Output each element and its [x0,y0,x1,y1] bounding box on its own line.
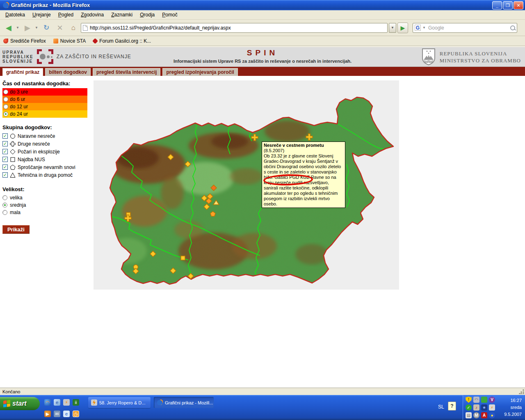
map-marker-triangle[interactable] [213,200,219,205]
volume-icon[interactable]: ● [489,412,495,418]
blue-star-icon[interactable]: ★ [481,404,487,411]
security-shield-icon[interactable]: ! [466,397,472,403]
window-titlebar[interactable]: Grafični prikaz - Mozilla Firefox _ ❐ ✕ [0,0,525,10]
home-button[interactable]: ⌂ [67,22,80,34]
stop-button[interactable]: ✕ [54,22,66,34]
checkbox-druge[interactable]: ✓ [2,141,8,146]
map-marker-diamond[interactable] [185,161,191,167]
printer-icon[interactable]: ▤ [466,412,472,418]
engine-dropdown-icon[interactable]: ▼ [422,26,427,30]
keyboard-help-icon[interactable]: ? [448,402,456,411]
menu-orodja[interactable]: Orodja [136,11,158,19]
winamp-tray-icon[interactable]: ⚡ [489,404,495,411]
bookmark-forum-gasilci[interactable]: Forum Gasilci.org :: K... [93,38,151,44]
checkbox-snovi[interactable]: ✓ [2,164,8,170]
google-engine-icon[interactable]: G [415,25,421,31]
taskbar-button-winamp[interactable]: 58. Jerry Ropero & D... [88,397,151,408]
search-input[interactable]: Google [428,25,509,31]
menu-datoteka[interactable]: Datoteka [2,11,29,19]
map-marker-diamond[interactable] [188,273,194,279]
close-button[interactable]: ✕ [514,1,523,9]
time-option-24h[interactable]: do 24 ur [2,110,87,118]
mail-quicklaunch-icon[interactable]: ✉ [54,411,60,417]
radio-24h[interactable] [3,112,8,116]
search-bar[interactable]: G ▼ Google [413,23,517,33]
document-quicklaunch-icon[interactable]: e [54,399,60,406]
radio-3h[interactable] [3,89,8,94]
radio-6h[interactable] [3,97,8,102]
checkbox-pozari[interactable]: ✓ [2,149,8,154]
forward-dropdown-icon[interactable]: ▼ [35,26,39,30]
go-button[interactable]: ▶ [397,23,408,33]
menu-pomoc[interactable]: Pomoč [158,11,181,19]
clock-quicklaunch-icon[interactable]: ◷ [73,411,79,417]
back-button[interactable]: ◀ [2,22,15,34]
map-marker-cross[interactable] [125,215,131,221]
time-option-6h[interactable]: do 6 ur [2,96,87,103]
map-marker-diamond[interactable] [207,194,213,199]
restore-button[interactable]: ❐ [503,1,513,9]
radio-mala[interactable] [2,210,7,215]
time-option-12h[interactable]: do 12 ur [2,103,87,110]
radio-12h[interactable] [3,104,8,109]
tab-pregled-stevila-intervencij[interactable]: pregled števila intervencij [93,68,160,76]
time-option-3h[interactable]: do 3 ure [2,88,87,96]
update-check-icon[interactable]: ✓ [466,404,472,411]
map-marker-diamond[interactable] [201,195,207,201]
forum-diamond-icon [92,38,98,43]
antivirus-v-icon[interactable]: V [489,397,495,403]
ati-icon[interactable]: A [481,412,487,418]
checkbox-nus[interactable]: ✓ [2,157,8,162]
radio-srednja[interactable] [2,203,7,208]
url-bar[interactable]: http://spin.sos112.si/Pregled/GraficniPr… [81,23,388,33]
menu-urejanje[interactable]: Urejanje [29,11,55,19]
map-marker-diamond[interactable] [168,154,173,160]
map-marker-diamond[interactable] [170,268,176,274]
headset-icon[interactable]: ◠ [473,397,479,403]
map-marker-diamond[interactable] [133,268,139,274]
menu-pogled[interactable]: Pogled [55,11,77,19]
winamp-quicklaunch-icon[interactable]: ⚡ [63,399,70,406]
alert-bell-icon[interactable]: ♪ [473,404,479,411]
messenger-quicklaunch-icon[interactable]: ii [73,399,79,406]
map-marker-circle[interactable] [134,265,138,269]
map-marker-square[interactable] [181,256,185,260]
radio-velika[interactable] [2,195,7,200]
bookmark-novice-sta[interactable]: Novice STA [53,38,86,44]
map-marker-diamond[interactable] [150,251,156,257]
forward-button[interactable]: ▶ [21,22,34,34]
menu-zaznamki[interactable]: Zaznamki [107,11,136,19]
prikazi-button[interactable]: Prikaži [2,225,30,234]
menu-zgodovina[interactable]: Zgodovina [77,11,107,19]
map-marker-square[interactable] [126,212,130,217]
back-dropdown-icon[interactable]: ▼ [16,26,20,30]
minimize-button[interactable]: _ [492,1,502,9]
start-button[interactable]: start [0,397,40,410]
url-dropdown-button[interactable]: ▼ [389,23,396,33]
taskbar-button-firefox[interactable]: Grafični prikaz - Mozill... [154,397,214,408]
user-status-icon[interactable] [481,397,487,403]
map-marker-cross[interactable] [251,134,258,141]
map-marker-cross[interactable] [306,134,313,140]
map-marker-diamond[interactable] [211,185,217,191]
tab-graficni-prikaz[interactable]: grafični prikaz [2,68,43,76]
slovenia-land[interactable] [110,97,393,284]
language-indicator[interactable]: SL [438,404,444,410]
reload-button[interactable]: ↻ [40,22,52,34]
map-marker-diamond[interactable] [206,198,212,204]
tab-bilten-dogodkov[interactable]: bilten dogodkov [45,68,91,76]
firefox-quicklaunch-icon[interactable]: ◠ [44,399,51,406]
search-icon[interactable] [510,25,515,30]
checkbox-naravne[interactable]: ✓ [2,133,8,139]
tray-clock[interactable]: 16:27 sreda 9.5.2007 [496,395,525,420]
checkbox-tehnicna[interactable]: ✓ [2,172,8,178]
internet-explorer-quicklaunch-icon[interactable]: e [63,411,70,417]
map-marker-pentagon[interactable] [210,212,215,217]
media-player-quicklaunch-icon[interactable]: ▶ [44,411,51,417]
m-agent-icon[interactable]: M [473,412,479,418]
tab-pregled-izpolnjevanja-porocil[interactable]: pregled izpolnjevanja poročil [162,68,237,76]
url-text[interactable]: http://spin.sos112.si/Pregled/GraficniPr… [90,25,231,31]
resize-grip[interactable] [519,389,524,394]
bookmark-sredisce-firefox[interactable]: Središče Firefox [3,38,46,44]
map-marker-diamond[interactable] [204,204,210,210]
